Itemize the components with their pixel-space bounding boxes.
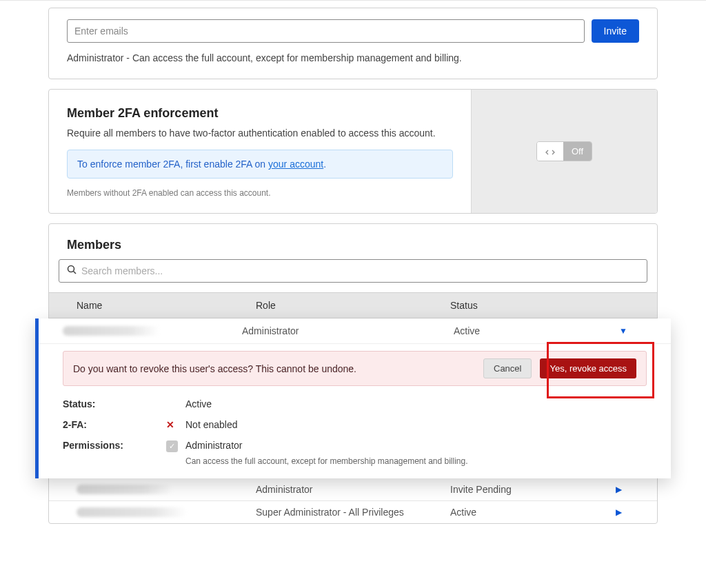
member-2fa-callout: To enforce member 2FA, first enable 2FA … — [67, 150, 453, 179]
detail-permissions-label: Permissions: — [63, 440, 166, 452]
invite-emails-input[interactable] — [67, 19, 585, 43]
confirm-revoke-button[interactable]: Yes, revoke access — [540, 358, 636, 378]
member-row-expanded: Administrator Active ▼ Do you want to re… — [35, 318, 671, 478]
cancel-button[interactable]: Cancel — [483, 358, 532, 378]
detail-permissions-sub: Can access the full account, except for … — [185, 456, 647, 466]
revoke-access-alert: Do you want to revoke this user's access… — [63, 351, 647, 386]
invite-role-description: Administrator - Can access the full acco… — [49, 48, 657, 79]
table-row[interactable]: Super Administrator - All Privileges Act… — [49, 501, 657, 523]
your-account-link[interactable]: your account — [268, 159, 323, 170]
member-name-redacted — [63, 326, 159, 336]
detail-status-label: Status: — [63, 398, 166, 409]
table-row[interactable]: Administrator Invite Pending ▶ — [49, 478, 657, 501]
toggle-off-label: Off — [563, 142, 592, 161]
checkbox-icon: ✓ — [166, 440, 178, 452]
search-members-input[interactable] — [59, 259, 647, 283]
expand-caret-icon[interactable]: ▶ — [616, 485, 629, 494]
expand-caret-icon[interactable]: ▶ — [616, 507, 629, 517]
members-table-header: Name Role Status — [49, 292, 657, 318]
col-name: Name — [77, 300, 256, 311]
x-icon: ✕ — [166, 419, 185, 430]
member-role: Administrator — [242, 325, 454, 336]
member-2fa-card: Member 2FA enforcement Require all membe… — [48, 89, 658, 214]
svg-line-1 — [74, 272, 77, 274]
member-2fa-helper: Members without 2FA enabled can access t… — [67, 188, 453, 198]
member-details: Status: Active 2-FA: ✕ Not enabled Permi… — [39, 386, 671, 469]
member-status: Active — [450, 507, 616, 518]
member-name-redacted — [77, 507, 187, 517]
member-status: Invite Pending — [450, 484, 616, 495]
col-role: Role — [256, 300, 450, 311]
member-role: Administrator — [256, 484, 450, 495]
svg-point-0 — [68, 266, 74, 272]
revoke-message: Do you want to revoke this user's access… — [73, 363, 475, 374]
member-role: Super Administrator - All Privileges — [256, 507, 450, 518]
detail-2fa-label: 2-FA: — [63, 419, 166, 430]
member-name-redacted — [77, 485, 173, 494]
detail-permissions-value: Administrator — [185, 440, 647, 452]
search-icon — [67, 265, 77, 276]
detail-status-value: Active — [185, 398, 647, 409]
invite-button[interactable]: Invite — [592, 19, 639, 43]
members-card: Members Name Role Status Administrator A… — [48, 223, 658, 524]
member-2fa-title: Member 2FA enforcement — [67, 106, 453, 121]
member-2fa-toggle[interactable]: Off — [536, 141, 592, 161]
toggle-arrows-icon — [545, 149, 555, 156]
detail-2fa-value: Not enabled — [185, 419, 647, 430]
member-status: Active — [454, 325, 619, 336]
collapse-caret-icon[interactable]: ▼ — [619, 326, 633, 336]
invite-card: Invite Administrator - Can access the fu… — [48, 8, 658, 79]
table-row[interactable]: Administrator Active ▼ — [39, 318, 671, 344]
members-title: Members — [49, 224, 657, 259]
col-status: Status — [450, 300, 629, 311]
toggle-on-side — [537, 142, 563, 161]
member-2fa-subtitle: Require all members to have two-factor a… — [67, 128, 453, 139]
